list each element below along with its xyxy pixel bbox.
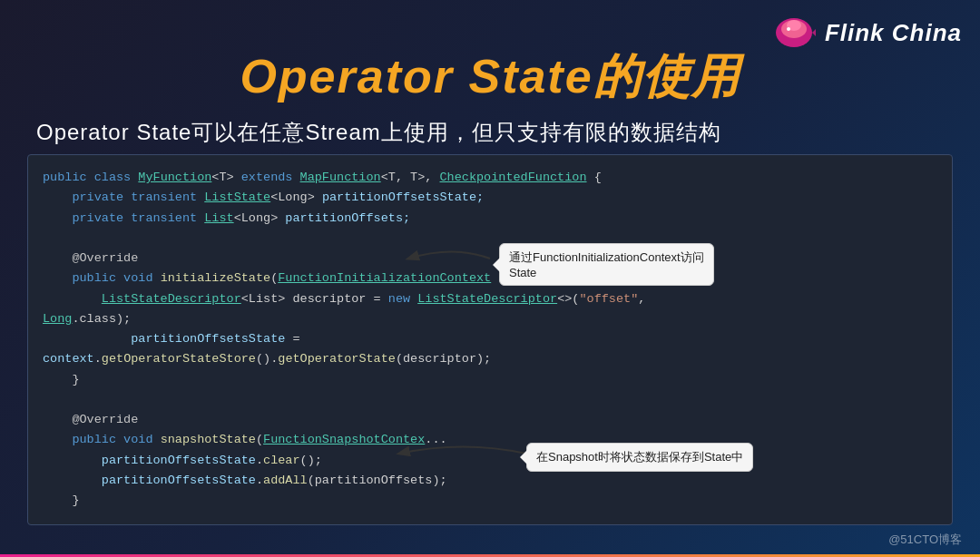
code-line-8: partitionOffsetsState = [43, 329, 937, 349]
svg-point-4 [787, 27, 790, 31]
tooltip-snapshot-text: 在Snapshot时将状态数据保存到State中 [536, 449, 743, 465]
code-line-15: } [43, 491, 937, 511]
code-line-7: Long.class); [43, 309, 937, 329]
slide-subtitle: Operator State可以在任意Stream上使用，但只支持有限的数据结构 [36, 118, 721, 147]
code-line-2: private transient ListState<Long> partit… [43, 188, 937, 208]
credit-text: @51CTO博客 [888, 532, 962, 548]
svg-marker-3 [812, 25, 816, 40]
slide-title: Operator State的使用 [0, 45, 980, 109]
code-line-9: context.getOperatorStateStore().getOpera… [43, 349, 937, 369]
slide: Flink China Operator State的使用 Operator S… [0, 0, 980, 557]
logo-text: Flink China [825, 19, 962, 47]
code-line-1: public class MyFunction<T> extends MapFu… [43, 168, 937, 188]
tooltip-snapshot: 在Snapshot时将状态数据保存到State中 [526, 443, 753, 472]
tooltip-line2: State [509, 266, 704, 279]
code-line-blank2 [43, 390, 937, 410]
code-line-6: ListStateDescriptor<List> descriptor = n… [43, 289, 937, 309]
code-line-10: } [43, 370, 937, 390]
tooltip-context: 通过FunctionInitializationContext访问 State [499, 243, 714, 286]
code-line-11: @Override [43, 410, 937, 430]
code-line-3: private transient List<Long> partitionOf… [43, 209, 937, 229]
tooltip-line1: 通过FunctionInitializationContext访问 [509, 249, 704, 266]
